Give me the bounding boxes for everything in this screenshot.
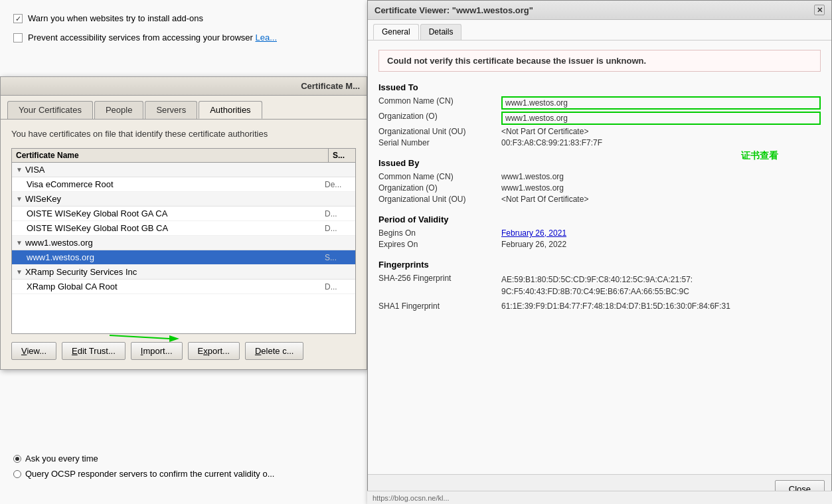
field-label: SHA1 Fingerprint xyxy=(378,301,501,311)
edit-trust-button[interactable]: Edit Trust... xyxy=(62,342,125,360)
close-title-button[interactable]: ✕ xyxy=(814,5,825,15)
cert-item-name-selected: www1.westos.org xyxy=(27,252,325,262)
group-name-westos: www1.westos.org xyxy=(25,238,93,248)
cert-field-row: Begins On February 26, 2021 xyxy=(378,228,821,238)
cert-item-action: D... xyxy=(325,282,351,292)
field-value-serial: 00:F3:A8:C8:99:21:83:F7:7F xyxy=(501,138,821,147)
field-value-begins-on: February 26, 2021 xyxy=(501,228,821,238)
cert-field-row: Common Name (CN) www1.westos.org xyxy=(378,172,821,181)
cert-group-visa: ▼ VISA Visa eCommerce Root De... xyxy=(12,163,355,192)
cert-field-row: Organizational Unit (OU) <Not Part Of Ce… xyxy=(378,195,821,204)
field-label: Common Name (CN) xyxy=(378,172,501,181)
export-button[interactable]: Export... xyxy=(188,342,240,360)
warn-addons-checkbox[interactable] xyxy=(13,14,23,23)
issued-to-section: Issued To Common Name (CN) www1.westos.o… xyxy=(378,82,821,147)
cert-field-row: Organization (O) www1.westos.org xyxy=(378,112,821,125)
cert-viewer-titlebar: Certificate Viewer: "www1.westos.org" ✕ xyxy=(368,1,831,20)
warn-addons-row: Warn you when websites try to install ad… xyxy=(13,13,354,23)
import-button[interactable]: Import... xyxy=(131,342,183,360)
group-name-wisekey: WISeKey xyxy=(25,194,61,204)
cert-item-name: OISTE WISeKey Global Root GB CA xyxy=(27,223,325,233)
triangle-icon: ▼ xyxy=(16,239,23,246)
list-item[interactable]: OISTE WISeKey Global Root GB CA D... xyxy=(12,221,355,236)
status-bar: https://blog.ocsn.ne/kl... xyxy=(367,491,832,504)
field-value: www1.westos.org xyxy=(501,172,821,181)
cert-group-header-wisekey[interactable]: ▼ WISeKey xyxy=(12,192,355,207)
list-item[interactable]: www1.westos.org S... xyxy=(12,250,355,265)
cert-group-header-westos[interactable]: ▼ www1.westos.org xyxy=(12,236,355,250)
cert-group-westos: ▼ www1.westos.org www1.westos.org S... xyxy=(12,236,355,265)
field-label: Organization (O) xyxy=(378,112,501,125)
cert-item-name: XRamp Global CA Root xyxy=(27,282,325,292)
cert-item-name: Visa eCommerce Root xyxy=(27,179,325,189)
cert-field-row: SHA1 Fingerprint 61:1E:39:F9:D1:B4:77:F7… xyxy=(378,301,821,311)
triangle-icon: ▼ xyxy=(16,166,23,173)
delete-button[interactable]: Delete c... xyxy=(245,342,304,360)
cert-table[interactable]: Certificate Name S... ▼ VISA Visa eComme… xyxy=(11,148,356,334)
field-label: Common Name (CN) xyxy=(378,96,501,110)
cert-field-row: Expires On February 26, 2022 xyxy=(378,240,821,249)
field-value-sha1: 61:1E:39:F9:D1:B4:77:F7:48:18:D4:D7:B1:5… xyxy=(501,301,821,311)
field-value-org: www1.westos.org xyxy=(501,112,821,125)
field-label: Organizational Unit (OU) xyxy=(378,127,501,136)
issued-to-title: Issued To xyxy=(378,82,821,92)
cert-field-row: Serial Number 00:F3:A8:C8:99:21:83:F7:7F xyxy=(378,138,821,147)
prevent-accessibility-checkbox[interactable] xyxy=(13,33,23,42)
cert-viewer-title: Certificate Viewer: "www1.westos.org" xyxy=(374,5,533,15)
cert-field-row: Common Name (CN) www1.westos.org xyxy=(378,96,821,110)
tab-servers[interactable]: Servers xyxy=(145,101,197,119)
list-item[interactable]: OISTE WISeKey Global Root GA CA D... xyxy=(12,207,355,221)
cert-manager-buttons: View... Edit Trust... Import... Export..… xyxy=(11,342,356,360)
group-name-visa: VISA xyxy=(25,165,45,175)
fingerprints-section: Fingerprints SHA-256 Fingerprint AE:59:B… xyxy=(378,260,821,311)
list-item[interactable]: Visa eCommerce Root De... xyxy=(12,177,355,192)
view-button[interactable]: View... xyxy=(11,342,56,360)
cert-manager-description: You have certificates on file that ident… xyxy=(11,129,356,139)
field-label: Organizational Unit (OU) xyxy=(378,195,501,204)
field-label: Organization (O) xyxy=(378,183,501,193)
learn-more-link[interactable]: Lea... xyxy=(255,33,277,42)
cert-manager-dialog: Certificate M... Your Certificates Peopl… xyxy=(0,76,367,370)
tab-your-certificates[interactable]: Your Certificates xyxy=(7,101,93,119)
prevent-accessibility-row: Prevent accessibility services from acce… xyxy=(13,33,354,42)
field-label: Expires On xyxy=(378,240,501,249)
tab-general[interactable]: General xyxy=(373,24,419,40)
fingerprints-title: Fingerprints xyxy=(378,260,821,270)
cert-viewer-tabs: General Details xyxy=(368,20,831,41)
field-value-sha256: AE:59:B1:80:5D:5C:CD:9F:C8:40:12:5C:9A:C… xyxy=(501,274,821,297)
cert-field-row: Organizational Unit (OU) <Not Part Of Ce… xyxy=(378,127,821,136)
field-value: <Not Part Of Certificate> xyxy=(501,195,821,204)
status-bar-text: https://blog.ocsn.ne/kl... xyxy=(373,494,450,502)
tab-details[interactable]: Details xyxy=(420,24,462,40)
field-label: SHA-256 Fingerprint xyxy=(378,274,501,297)
cert-manager-body: You have certificates on file that ident… xyxy=(1,120,367,369)
triangle-icon: ▼ xyxy=(16,195,23,203)
cert-group-header-visa[interactable]: ▼ VISA xyxy=(12,163,355,177)
cert-field-row: SHA-256 Fingerprint AE:59:B1:80:5D:5C:CD… xyxy=(378,274,821,297)
cert-viewer-dialog: Certificate Viewer: "www1.westos.org" ✕ … xyxy=(367,0,832,504)
warning-box: Could not verify this certificate becaus… xyxy=(378,50,821,72)
field-value-ou: <Not Part Of Certificate> xyxy=(501,127,821,136)
tab-authorities[interactable]: Authorities xyxy=(199,101,262,119)
triangle-icon: ▼ xyxy=(16,268,23,276)
field-label: Begins On xyxy=(378,228,501,238)
cert-group-xramp: ▼ XRamp Security Services Inc XRamp Glob… xyxy=(12,265,355,294)
prevent-accessibility-label: Prevent accessibility services from acce… xyxy=(28,33,277,42)
period-of-validity-section: Period of Validity Begins On February 26… xyxy=(378,214,821,249)
group-name-xramp: XRamp Security Services Inc xyxy=(25,267,137,277)
list-item[interactable]: XRamp Global CA Root D... xyxy=(12,280,355,294)
cert-item-action: D... xyxy=(325,209,351,218)
cert-item-action: S... xyxy=(325,253,351,262)
chinese-annotation: 证书查看 xyxy=(741,150,778,162)
query-ocsp-radio[interactable] xyxy=(13,470,21,478)
tab-people[interactable]: People xyxy=(94,101,143,119)
col-action-header: S... xyxy=(329,149,355,162)
cert-manager-title: Certificate M... xyxy=(301,81,360,91)
field-value: www1.westos.org xyxy=(501,183,821,193)
field-value-expires-on: February 26, 2022 xyxy=(501,240,821,249)
warning-text: Could not verify this certificate becaus… xyxy=(387,56,646,66)
cert-viewer-body: 证书查看 Could not verify this certificate b… xyxy=(368,41,831,474)
cert-group-header-xramp[interactable]: ▼ XRamp Security Services Inc xyxy=(12,265,355,280)
ask-every-time-radio[interactable] xyxy=(13,455,21,463)
browser-bottom-section: Ask you every time Query OCSP responder … xyxy=(0,447,367,491)
